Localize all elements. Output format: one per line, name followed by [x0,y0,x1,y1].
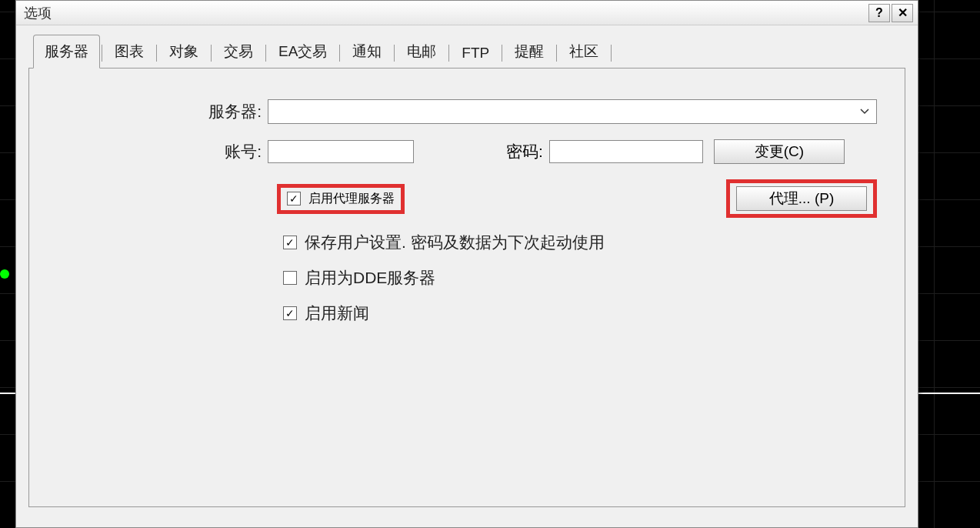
account-label: 账号: [52,141,268,162]
password-label: 密码: [506,141,549,162]
enable-proxy-label: 启用代理服务器 [308,191,395,207]
proxy-button[interactable]: 代理... (P) [736,186,867,211]
tab-separator [611,45,612,62]
server-combobox[interactable] [268,99,877,124]
tab-object[interactable]: 对象 [158,35,209,68]
proxy-row: ✓ 启用代理服务器 代理... (P) [52,179,882,218]
help-icon: ? [875,6,883,20]
tab-strip: 服务器 图表 对象 交易 EA交易 通知 电邮 FTP 提醒 社区 [28,38,905,69]
highlight-proxy-button: 代理... (P) [726,179,877,218]
help-button[interactable]: ? [868,4,890,22]
change-button[interactable]: 变更(C) [714,139,845,164]
enable-dde-row: 启用为DDE服务器 [283,267,882,289]
enable-dde-checkbox[interactable] [283,271,297,285]
save-settings-row: ✓ 保存用户设置. 密码及数据为下次起动使用 [283,232,882,253]
titlebar: 选项 ? ✕ [16,1,918,25]
enable-news-row: ✓ 启用新闻 [283,302,882,324]
tab-separator [556,45,557,62]
tab-community[interactable]: 社区 [558,35,609,68]
tab-separator [394,45,395,62]
server-row: 服务器: [52,99,882,124]
enable-proxy-checkbox[interactable]: ✓ [287,192,301,206]
tab-separator [502,45,502,62]
account-row: 账号: 密码: 变更(C) [52,139,882,164]
enable-news-label: 启用新闻 [305,302,369,324]
highlight-enable-proxy: ✓ 启用代理服务器 [277,184,405,214]
save-settings-checkbox[interactable]: ✓ [283,236,297,249]
tab-panel-server: 服务器: 账号: 密码: 变更(C) ✓ 启用代理服务器 [28,69,905,507]
save-settings-label: 保存用户设置. 密码及数据为下次起动使用 [305,232,605,253]
password-input[interactable] [549,140,703,163]
options-dialog: 选项 ? ✕ 服务器 图表 对象 交易 EA交易 通知 电邮 FTP 提醒 [15,0,918,528]
tab-separator [156,45,157,62]
tab-ea[interactable]: EA交易 [268,35,338,68]
tab-separator [448,45,449,62]
tab-server[interactable]: 服务器 [33,35,100,69]
tab-alert[interactable]: 提醒 [504,35,555,68]
tab-separator [339,45,340,62]
tab-notify[interactable]: 通知 [342,35,392,68]
chart-marker [0,269,9,279]
enable-dde-label: 启用为DDE服务器 [305,267,435,289]
account-input[interactable] [268,140,414,163]
close-button[interactable]: ✕ [892,4,913,22]
tab-separator [102,45,102,62]
close-icon: ✕ [898,5,908,20]
tab-ftp[interactable]: FTP [451,38,500,68]
dialog-title: 选项 [21,4,867,22]
server-label: 服务器: [52,101,268,122]
tab-trade[interactable]: 交易 [213,35,264,68]
tab-separator [211,45,212,62]
tab-email[interactable]: 电邮 [396,35,447,68]
dialog-body: 服务器 图表 对象 交易 EA交易 通知 电邮 FTP 提醒 社区 服务器: [16,25,918,527]
chevron-down-icon[interactable] [855,102,875,122]
tab-chart[interactable]: 图表 [104,35,155,68]
enable-news-checkbox[interactable]: ✓ [283,306,297,320]
tab-separator [265,45,266,62]
